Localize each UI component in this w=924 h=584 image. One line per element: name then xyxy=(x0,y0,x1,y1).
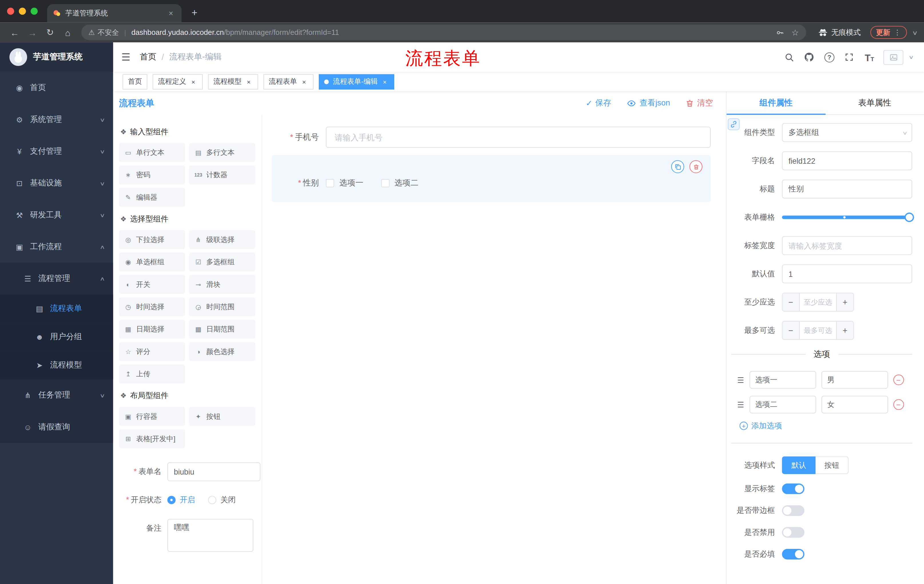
gender-widget-selected[interactable]: 性别 选项一 选项二 xyxy=(272,155,711,202)
component-button[interactable]: ▩日期范围 xyxy=(189,320,255,339)
tag-process-form-edit[interactable]: 流程表单-编辑 × xyxy=(319,74,394,89)
component-button[interactable]: ◎下拉选择 xyxy=(119,230,185,249)
maximize-window-button[interactable] xyxy=(31,8,38,15)
help-icon[interactable]: ? xyxy=(823,51,835,63)
component-button[interactable]: ▭单行文本 xyxy=(119,143,185,162)
user-avatar[interactable] xyxy=(884,50,904,64)
forward-icon[interactable]: → xyxy=(25,25,40,40)
grid-slider[interactable] xyxy=(782,208,912,227)
component-button[interactable]: ▣行容器 xyxy=(119,407,185,426)
toolbar-chevron-icon[interactable]: ∨ xyxy=(912,29,918,36)
tab-form-props[interactable]: 表单属性 xyxy=(825,91,924,114)
component-button[interactable]: ✎编辑器 xyxy=(119,188,185,207)
save-button[interactable]: ✓ 保存 xyxy=(586,98,611,108)
component-button[interactable]: ◑颜色选择 xyxy=(189,342,255,361)
bookmark-star-icon[interactable]: ☆ xyxy=(791,28,799,37)
component-button[interactable]: ⊸滑块 xyxy=(189,275,255,294)
checkbox[interactable] xyxy=(326,179,334,188)
form-canvas[interactable]: 手机号 xyxy=(262,115,726,584)
checkbox[interactable] xyxy=(381,179,389,188)
add-option-button[interactable]: + 添加选项 xyxy=(739,421,912,431)
status-on-radio[interactable]: 开启 xyxy=(167,495,195,505)
tag-close-icon[interactable]: × xyxy=(381,77,389,86)
field-name-input[interactable] xyxy=(782,151,912,170)
back-icon[interactable]: ← xyxy=(7,25,23,40)
title-input[interactable] xyxy=(782,180,912,199)
disabled-switch[interactable] xyxy=(782,527,804,538)
tag-process-form[interactable]: 流程表单 × xyxy=(263,74,314,89)
tag-home[interactable]: 首页 xyxy=(123,74,147,89)
font-size-icon[interactable]: TT xyxy=(864,51,875,63)
gender-option-1[interactable]: 选项一 xyxy=(326,178,363,188)
component-button[interactable]: ⋔级联选择 xyxy=(189,230,255,249)
sidebar-item-infrastructure[interactable]: ⊡ 基础设施 ∨ xyxy=(0,167,113,199)
new-tab-button[interactable]: + xyxy=(186,5,203,21)
tab-close-icon[interactable]: × xyxy=(166,8,175,18)
address-bar[interactable]: ⚠ 不安全 | dashboard.yudao.iocoder.cn /bpm/… xyxy=(81,25,806,40)
component-button[interactable]: ∗密码 xyxy=(119,165,185,184)
style-button-button[interactable]: 按钮 xyxy=(816,456,848,474)
tag-close-icon[interactable]: × xyxy=(189,77,198,86)
sidebar-item-user-group[interactable]: ☻ 用户分组 xyxy=(0,323,113,351)
remove-option-button[interactable]: − xyxy=(893,375,904,385)
tag-process-definition[interactable]: 流程定义 × xyxy=(153,74,203,89)
breadcrumb-home[interactable]: 首页 xyxy=(140,52,157,62)
password-key-icon[interactable] xyxy=(776,28,784,37)
component-button[interactable]: ▦日期选择 xyxy=(119,320,185,339)
drag-handle-icon[interactable]: ☰ xyxy=(737,400,744,409)
component-button[interactable]: ☆评分 xyxy=(119,342,185,361)
component-button[interactable]: ↥上传 xyxy=(119,365,185,383)
tag-close-icon[interactable]: × xyxy=(244,77,253,86)
sidebar-item-process-management[interactable]: ☰ 流程管理 ∧ xyxy=(0,263,113,294)
stepper-value[interactable]: 至少应选 xyxy=(799,293,837,311)
decrease-button[interactable]: − xyxy=(782,293,799,311)
phone-form-item[interactable]: 手机号 xyxy=(272,127,711,148)
option-label-input[interactable] xyxy=(749,371,816,389)
required-switch[interactable] xyxy=(782,549,804,559)
delete-widget-button[interactable] xyxy=(690,160,703,173)
reload-icon[interactable]: ↻ xyxy=(42,25,58,40)
doc-link-button[interactable] xyxy=(728,118,739,130)
option-label-input[interactable] xyxy=(749,396,816,413)
component-button[interactable]: 123计数器 xyxy=(189,165,255,184)
sidebar-item-workflow[interactable]: ▣ 工作流程 ∧ xyxy=(0,231,113,263)
sidebar-item-devtools[interactable]: ⚒ 研发工具 ∨ xyxy=(0,199,113,231)
search-icon[interactable] xyxy=(783,51,795,63)
default-value-input[interactable] xyxy=(782,264,912,283)
copy-widget-button[interactable] xyxy=(671,160,684,173)
decrease-button[interactable]: − xyxy=(782,321,799,339)
option-value-input[interactable] xyxy=(822,371,888,389)
component-button[interactable]: ◉单选框组 xyxy=(119,253,185,271)
browser-tab[interactable]: 芋道管理系统 × xyxy=(47,4,182,22)
avatar-caret-icon[interactable]: ∨ xyxy=(909,54,914,60)
component-button[interactable]: ☑多选框组 xyxy=(189,253,255,271)
border-switch[interactable] xyxy=(782,505,804,516)
sidebar-collapse-icon[interactable]: ☰ xyxy=(122,51,130,63)
browser-menu-icon[interactable]: ⋮ xyxy=(894,28,901,36)
option-value-input[interactable] xyxy=(822,396,888,413)
component-button[interactable]: ◷时间选择 xyxy=(119,298,185,316)
component-button[interactable]: ⊞表格[开发中] xyxy=(119,429,185,448)
browser-update-button[interactable]: 更新 ⋮ xyxy=(870,26,907,39)
remove-option-button[interactable]: − xyxy=(893,400,904,410)
label-width-input[interactable] xyxy=(782,236,912,255)
stepper-value[interactable]: 最多可选 xyxy=(799,321,837,339)
style-default-button[interactable]: 默认 xyxy=(782,456,815,474)
sidebar-item-payment[interactable]: ¥ 支付管理 ∨ xyxy=(0,135,113,167)
sidebar-item-process-model[interactable]: ➤ 流程模型 xyxy=(0,351,113,379)
view-json-button[interactable]: 查看json xyxy=(627,98,670,108)
status-off-radio[interactable]: 关闭 xyxy=(208,495,236,505)
sidebar-item-home[interactable]: ◉ 首页 xyxy=(0,72,113,104)
tag-process-model[interactable]: 流程模型 × xyxy=(208,74,258,89)
sidebar-item-process-form[interactable]: ▤ 流程表单 xyxy=(0,294,113,323)
tab-component-props[interactable]: 组件属性 xyxy=(726,91,825,114)
show-label-switch[interactable] xyxy=(782,484,804,494)
phone-input[interactable] xyxy=(326,127,711,148)
security-status[interactable]: ⚠ 不安全 xyxy=(88,28,119,38)
component-button[interactable]: ◐开关 xyxy=(119,275,185,294)
fullscreen-icon[interactable] xyxy=(843,51,855,63)
slider-handle[interactable] xyxy=(904,212,914,222)
clear-button[interactable]: 清空 xyxy=(685,98,713,108)
component-button[interactable]: ▤多行文本 xyxy=(189,143,255,162)
minimize-window-button[interactable] xyxy=(19,8,26,15)
